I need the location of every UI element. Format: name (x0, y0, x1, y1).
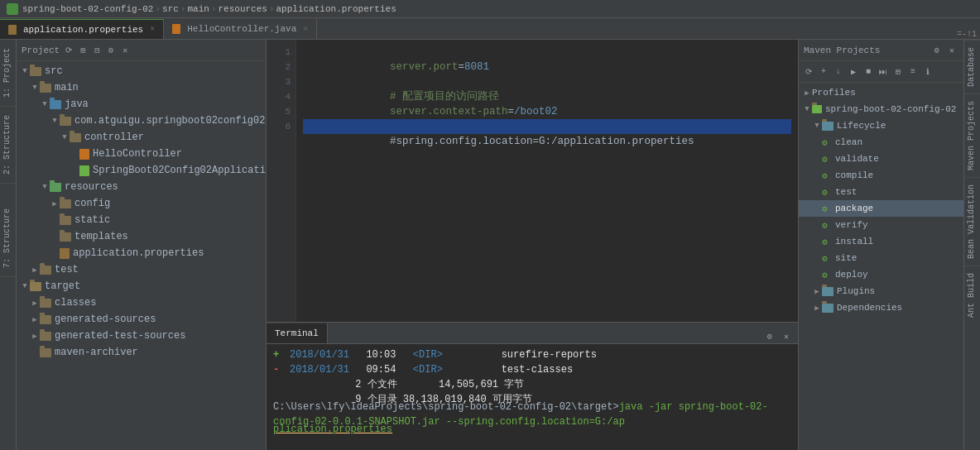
code-l4-key: server.context-path (390, 106, 508, 117)
terminal-settings-btn[interactable]: ⚙ (763, 330, 776, 343)
label-validate: validate (835, 154, 879, 164)
terminal-content[interactable]: + 2018/01/31 10:03 <DIR> surefire-report… (267, 344, 798, 450)
folder-main (40, 84, 51, 93)
sidebar-settings-btn[interactable]: ⚙ (105, 45, 117, 56)
tab-properties[interactable]: application.properties × (0, 19, 164, 39)
tree-item-templates[interactable]: ▶ templates (17, 228, 266, 245)
maven-refresh-btn[interactable]: ⟳ (802, 65, 815, 79)
maven-install[interactable]: ⚙ install (799, 233, 963, 250)
breadcrumb-file: application.properties (276, 4, 396, 14)
maven-settings-btn[interactable]: ⚙ (930, 44, 944, 57)
code-l1-val: 8081 (464, 61, 489, 73)
line-num-5: 5 (285, 104, 291, 119)
editor-tab-bar: application.properties × HelloController… (0, 18, 980, 40)
tab-terminal[interactable]: Terminal (267, 323, 328, 343)
code-content[interactable]: server.port=8081 # 配置项目的访问路径 server.cont… (296, 40, 798, 322)
tree-item-src[interactable]: ▼ src (17, 63, 266, 79)
tab-hello[interactable]: HelloController.java × (164, 19, 317, 39)
sidebar-sync-btn[interactable]: ⟳ (63, 45, 74, 56)
breadcrumb-src: src (162, 4, 179, 14)
maven-plugins[interactable]: ▶ Plugins (799, 283, 963, 299)
tree-item-config[interactable]: ▶ config (17, 195, 266, 212)
code-l1-key: server.port (390, 61, 459, 73)
maven-toggle-btn[interactable]: ⊞ (891, 65, 905, 79)
maven-clean[interactable]: ⚙ clean (799, 134, 963, 151)
side-tab-maven[interactable]: Maven Projects (964, 93, 980, 177)
sidebar-close-btn[interactable]: ✕ (119, 45, 131, 56)
bottom-panel: Terminal ⚙ ✕ + 2018/01/31 10:03 (267, 322, 798, 450)
maven-more-btn[interactable]: ≡ (906, 65, 920, 79)
gear-test: ⚙ (822, 187, 832, 197)
label-gen-src: generated-sources (55, 314, 156, 325)
maven-info-btn[interactable]: ℹ (921, 65, 934, 79)
tree-item-static[interactable]: ▶ static (17, 212, 266, 228)
maven-run-btn[interactable]: ▶ (847, 65, 860, 79)
maven-dependencies[interactable]: ▶ Dependencies (799, 299, 963, 316)
label-site: site (835, 253, 857, 263)
code-l6-content: #spring.config.location=G:/application.p… (390, 136, 694, 147)
tree-item-main[interactable]: ▼ main (17, 79, 266, 96)
folder-archiver (40, 348, 51, 357)
left-vtab-project[interactable]: 1: Project (0, 40, 16, 107)
maven-skip-btn[interactable]: ⏭ (877, 65, 890, 79)
tree-item-java[interactable]: ▼ java (17, 96, 266, 112)
term-type-2: <DIR> (401, 362, 442, 377)
left-vtab-structure7[interactable]: 7: Structure (0, 200, 16, 277)
editor-area: 1 2 3 4 5 6 server.port=8081 (267, 40, 798, 450)
sidebar-tree: ▼ src ▼ main ▼ java (17, 61, 266, 450)
maven-header: Maven Projects ⚙ ✕ (799, 40, 963, 61)
tree-item-app-props[interactable]: ▶ application.properties (17, 245, 266, 261)
terminal-close-btn[interactable]: ✕ (780, 330, 793, 343)
maven-stop-btn[interactable]: ■ (862, 65, 875, 79)
sidebar-collapse-btn[interactable]: ⊟ (91, 45, 103, 56)
tree-item-gen-src[interactable]: ▶ generated-sources (17, 311, 266, 328)
folder-pkg (60, 117, 71, 126)
arrow-gen-test: ▶ (30, 331, 40, 341)
maven-deploy[interactable]: ⚙ deploy (799, 266, 963, 283)
folder-classes (40, 299, 51, 308)
tab-properties-label: application.properties (23, 25, 143, 35)
maven-profiles-label: Profiles (812, 88, 856, 98)
maven-compile[interactable]: ⚙ compile (799, 167, 963, 184)
tree-item-gen-test[interactable]: ▶ generated-test-sources (17, 328, 266, 344)
maven-profiles[interactable]: ▶ Profiles (799, 84, 963, 101)
tree-item-hello[interactable]: ▶ HelloController (17, 146, 266, 162)
tree-item-test[interactable]: ▶ test (17, 261, 266, 278)
maven-add-btn[interactable]: + (817, 65, 830, 79)
line-num-2: 2 (285, 60, 291, 74)
indicator-plus-1: + (273, 347, 285, 362)
arrow-config: ▶ (50, 199, 60, 208)
arrow-resources: ▼ (40, 182, 50, 192)
maven-project[interactable]: ▼ spring-boot-02-config-02 (799, 101, 963, 117)
label-test: test (55, 264, 79, 275)
label-static: static (74, 214, 110, 226)
tab-close-properties[interactable]: × (150, 25, 155, 34)
tree-item-archiver[interactable]: ▶ maven-archiver (17, 344, 266, 361)
maven-close-btn[interactable]: ✕ (945, 44, 958, 57)
maven-site[interactable]: ⚙ site (799, 250, 963, 266)
folder-test (40, 266, 51, 275)
editor-content: 1 2 3 4 5 6 server.port=8081 (267, 40, 798, 322)
tree-item-app[interactable]: ▶ SpringBoot02Config02Applicati... (17, 162, 266, 179)
maven-package[interactable]: ⚙ package (799, 200, 963, 217)
maven-test[interactable]: ⚙ test (799, 184, 963, 200)
side-tab-ant[interactable]: Ant Build (964, 266, 980, 324)
side-tab-bean-validation[interactable]: Bean Validation (964, 177, 980, 266)
side-tab-database[interactable]: Database (964, 40, 980, 93)
label-controller: controller (84, 132, 144, 143)
tab-close-hello[interactable]: × (303, 25, 308, 34)
label-hello: HelloController (93, 148, 182, 160)
maven-lifecycle[interactable]: ▼ Lifecycle (799, 117, 963, 134)
tree-item-controller[interactable]: ▼ controller (17, 129, 266, 146)
tree-item-target[interactable]: ▼ target (17, 278, 266, 294)
tree-item-classes[interactable]: ▶ classes (17, 294, 266, 311)
tree-item-resources[interactable]: ▼ resources (17, 179, 266, 195)
left-vtab-structure[interactable]: 2: Structure (0, 107, 16, 184)
label-test: test (835, 187, 857, 197)
maven-verify[interactable]: ⚙ verify (799, 217, 963, 233)
tree-item-pkg[interactable]: ▼ com.atguigu.springboot02config02 (17, 112, 266, 129)
maven-validate[interactable]: ⚙ validate (799, 151, 963, 167)
label-archiver: maven-archiver (55, 347, 138, 358)
maven-download-btn[interactable]: ↓ (832, 65, 845, 79)
sidebar-expand-btn[interactable]: ⊞ (77, 45, 89, 56)
